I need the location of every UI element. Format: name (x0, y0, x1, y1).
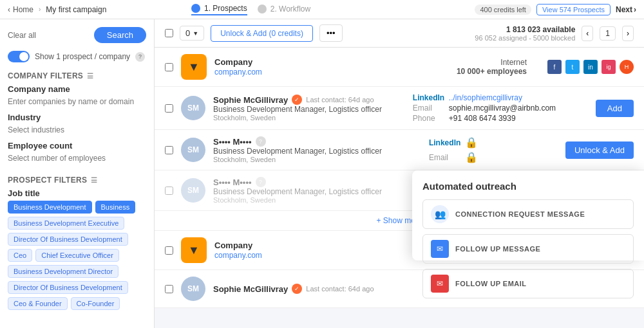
credits-badge: 400 credits left (475, 5, 531, 15)
prospect-toggle[interactable] (8, 51, 30, 62)
info-icon[interactable]: ? (135, 52, 145, 62)
follow-up-message-label: FOLLOW UP MESSAGE (455, 245, 540, 253)
company-info: Company company.com (214, 57, 449, 77)
person-title: Business Development Manager, Logistics … (213, 105, 405, 114)
employee-count-input[interactable] (8, 154, 146, 163)
content-area: 0 ▼ Unlock & Add (0 credits) ••• 1 813 0… (155, 19, 644, 328)
more-options-button[interactable]: ••• (319, 24, 343, 42)
connection-request-item[interactable]: 👥 CONNECTION REQUEST MESSAGE (422, 199, 634, 229)
person-name: S•••• M•••• (213, 178, 252, 187)
avatar: SM (181, 277, 205, 301)
person-info: S•••• M•••• ? Business Development Manag… (213, 136, 421, 163)
prospect-filters-header: Prospect filters ☰ (8, 176, 146, 185)
step-1[interactable]: 1. Prospects (191, 4, 247, 15)
unlock-add-row-button[interactable]: Unlock & Add (565, 141, 634, 159)
job-title-tag[interactable]: Business (95, 201, 136, 214)
verified-icon: ✓ (292, 284, 302, 294)
step-2[interactable]: 2. Workflow (258, 5, 310, 15)
outreach-items: 👥 CONNECTION REQUEST MESSAGE ✉ FOLLOW UP… (422, 199, 634, 298)
home-link[interactable]: ‹ Home (8, 5, 33, 14)
person-info: Sophie McGillivray ✓ Last contact: 64d a… (213, 95, 405, 122)
social-icons: f t in ig H (547, 60, 634, 74)
assigned-blocked: 96 052 assigned - 5000 blocked (475, 34, 575, 42)
last-contact: Last contact: 64d ago (306, 285, 374, 293)
content-toolbar: 0 ▼ Unlock & Add (0 credits) ••• 1 813 0… (155, 19, 644, 48)
chevron-left-icon: ‹ (8, 5, 10, 14)
job-title-tag[interactable]: Director Of Business Development (8, 233, 128, 246)
unlock-add-button[interactable]: Unlock & Add (0 credits) (211, 25, 313, 42)
company-url[interactable]: company.com (214, 251, 262, 260)
company-logo: ▼ (181, 237, 207, 263)
follow-up-message-item[interactable]: ✉ FOLLOW UP MESSAGE (422, 234, 634, 264)
verified-icon: ✓ (292, 95, 302, 105)
available-count: 1 813 023 available (475, 25, 575, 34)
prospect-filter-icon: ☰ (91, 176, 97, 185)
company-name-label: Company name (8, 84, 146, 94)
next-page-button[interactable]: › (622, 26, 634, 41)
top-nav: ‹ Home › My first campaign 1. Prospects … (0, 0, 644, 19)
page-number: 1 (600, 26, 616, 41)
person-location: Stockholm, Sweden (213, 114, 405, 122)
follow-up-email-item[interactable]: ✉ FOLLOW UP EMAIL (422, 269, 634, 298)
row-checkbox[interactable] (165, 285, 173, 293)
job-title-tag[interactable]: Ceo & Founder (8, 297, 68, 310)
company-url[interactable]: company.com (214, 68, 262, 77)
job-title-label: Job title (8, 188, 146, 198)
next-button[interactable]: Next › (616, 5, 636, 14)
person-name-row: Sophie McGillivray ✓ Last contact: 64d a… (213, 95, 405, 105)
prospect-list: ▼ Company company.com Internet 10 000+ e… (155, 48, 644, 328)
sidebar-top: Clear all Search (8, 27, 146, 43)
industry-input[interactable] (8, 125, 146, 134)
view-prospects-button[interactable]: View 574 Prospects (536, 4, 611, 15)
table-row: SM S•••• M•••• ? Business Development Ma… (155, 130, 644, 170)
job-title-tags: Business DevelopmentBusinessBusiness Dev… (8, 201, 146, 310)
table-row: ▼ Company company.com Internet 10 000+ e… (155, 48, 644, 87)
person-title: Business Development Manager, Logistics … (213, 147, 421, 156)
campaign-label: My first campaign (46, 5, 106, 14)
facebook-icon[interactable]: f (547, 60, 562, 74)
connection-icon: 👥 (431, 205, 449, 223)
row-checkbox[interactable] (165, 146, 173, 154)
employee-count-label: Employee count (8, 141, 146, 150)
search-button[interactable]: Search (94, 27, 146, 43)
last-contact: Last contact: 64d ago (306, 96, 374, 104)
job-title-tag[interactable]: Business Development Executive (8, 217, 124, 230)
breadcrumb-separator: › (39, 6, 41, 13)
hubspot-icon[interactable]: H (620, 60, 634, 74)
twitter-icon[interactable]: t (565, 60, 580, 74)
follow-up-msg-icon: ✉ (431, 240, 449, 258)
job-title-tag[interactable]: Director Of Business Development (8, 281, 128, 294)
toggle-thumb (19, 52, 28, 61)
job-title-tag[interactable]: Chief Executive Officer (35, 249, 119, 262)
job-title-tag[interactable]: Business Development (8, 201, 92, 214)
step1-label: 1. Prospects (204, 4, 247, 13)
person-name: S•••• M•••• (213, 137, 252, 147)
select-all-checkbox[interactable] (165, 29, 173, 37)
row-checkbox[interactable] (165, 246, 173, 255)
company-logo: ▼ (181, 54, 207, 80)
instagram-icon[interactable]: ig (601, 60, 616, 74)
add-button[interactable]: Add (596, 100, 634, 117)
nav-right: 400 credits left View 574 Prospects Next… (475, 4, 636, 15)
table-row-with-overlay: SM S•••• M•••• ? Business Development Ma… (155, 170, 644, 211)
table-row: SM Sophie McGillivray ✓ Last contact: 64… (155, 87, 644, 130)
linkedin-icon[interactable]: in (583, 60, 598, 74)
avatar: SM (181, 96, 205, 120)
company-name-input[interactable] (8, 97, 146, 106)
job-title-tag[interactable]: Co-Founder (71, 297, 120, 310)
row-checkbox[interactable] (165, 187, 173, 195)
job-title-tag[interactable]: Ceo (8, 249, 32, 262)
job-title-tag[interactable]: Business Development Director (8, 265, 118, 278)
row-checkbox[interactable] (165, 63, 173, 71)
company-category: Internet 10 000+ employees (457, 58, 527, 76)
person-location: Stockholm, Sweden (213, 156, 421, 163)
locked-contact: LinkedIn 🔒 Email 🔒 (429, 136, 558, 163)
count-dropdown[interactable]: 0 ▼ (180, 26, 204, 41)
row-checkbox[interactable] (165, 104, 173, 113)
toggle-label: Show 1 prospect / company (35, 52, 130, 61)
availability-info: 1 813 023 available 96 052 assigned - 50… (475, 25, 575, 42)
clear-all-button[interactable]: Clear all (8, 31, 36, 40)
main-layout: Clear all Search Show 1 prospect / compa… (0, 19, 644, 328)
step1-dot (191, 4, 200, 13)
prev-page-button[interactable]: ‹ (582, 26, 593, 41)
